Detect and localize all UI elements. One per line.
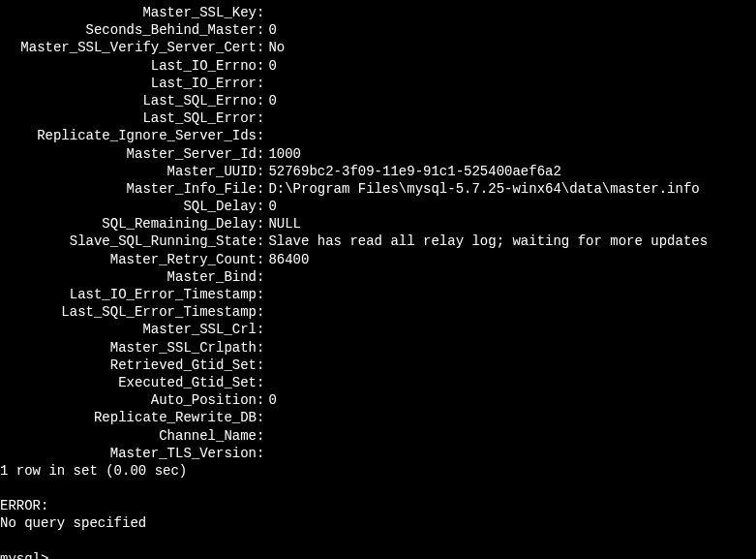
status-value: 0 <box>264 58 276 74</box>
status-label: Last_SQL_Errno <box>0 92 257 109</box>
status-value <box>264 5 268 20</box>
status-row: Replicate_Ignore_Server_Ids: <box>0 127 756 144</box>
status-row: SQL_Remaining_Delay:NULL <box>0 215 756 233</box>
status-label: Last_IO_Error <box>0 75 257 92</box>
status-value: 1000 <box>264 146 301 162</box>
status-value: NULL <box>264 216 301 232</box>
status-row: Master_Bind: <box>0 268 756 286</box>
status-label: Master_SSL_Crlpath <box>0 339 257 357</box>
status-label: Master_Info_File <box>0 180 257 198</box>
status-row: Master_TLS_Version: <box>0 445 756 462</box>
status-label: Last_SQL_Error_Timestamp <box>0 303 257 321</box>
status-value <box>264 128 268 143</box>
status-value: 0 <box>264 93 276 109</box>
status-label: Last_IO_Errno <box>0 57 257 75</box>
status-label: Last_SQL_Error <box>0 109 257 127</box>
status-value <box>264 446 268 461</box>
status-row: Replicate_Rewrite_DB: <box>0 409 756 426</box>
status-row: Last_IO_Error: <box>0 75 756 92</box>
status-label: Master_SSL_Crl <box>0 321 257 338</box>
status-row: Last_SQL_Error: <box>0 109 756 127</box>
status-row: Master_SSL_Crl: <box>0 321 756 338</box>
status-value <box>264 340 268 356</box>
status-row: Master_SSL_Key: <box>0 4 756 21</box>
status-label: SQL_Delay <box>0 198 257 215</box>
status-label: Master_Bind <box>0 268 257 286</box>
status-label: Executed_Gtid_Set <box>0 374 257 391</box>
status-label: SQL_Remaining_Delay <box>0 215 257 233</box>
blank-line <box>0 480 756 497</box>
status-row: Last_IO_Error_Timestamp: <box>0 286 756 303</box>
status-label: Replicate_Rewrite_DB <box>0 409 257 426</box>
status-value <box>264 428 268 444</box>
error-message: No query specified <box>0 514 756 532</box>
mysql-prompt[interactable]: mysql> <box>0 550 756 559</box>
status-row: Master_Retry_Count:86400 <box>0 251 756 268</box>
status-label: Master_SSL_Key <box>0 4 257 21</box>
status-value <box>264 322 268 337</box>
status-row: Master_UUID:52769bc2-3f09-11e9-91c1-5254… <box>0 163 756 180</box>
status-row: Master_SSL_Verify_Server_Cert:No <box>0 39 756 56</box>
status-value <box>264 375 268 390</box>
status-value: 0 <box>264 392 276 408</box>
status-value: 86400 <box>264 252 309 267</box>
blank-line <box>0 533 756 550</box>
status-label: Last_IO_Error_Timestamp <box>0 286 257 303</box>
status-value <box>264 304 268 320</box>
status-label: Master_SSL_Verify_Server_Cert <box>0 39 257 56</box>
status-value: 0 <box>264 22 276 38</box>
row-summary: 1 row in set (0.00 sec) <box>0 462 756 480</box>
status-value <box>264 269 268 285</box>
status-row: Slave_SQL_Running_State:Slave has read a… <box>0 233 756 250</box>
status-label: Channel_Name <box>0 427 257 445</box>
status-value <box>264 76 268 91</box>
status-label: Seconds_Behind_Master <box>0 21 257 39</box>
status-row: SQL_Delay:0 <box>0 198 756 215</box>
status-label: Master_TLS_Version <box>0 445 257 462</box>
error-label: ERROR: <box>0 497 756 514</box>
status-row: Master_Info_File:D:\Program Files\mysql-… <box>0 180 756 198</box>
status-value <box>264 110 268 126</box>
status-row: Retrieved_Gtid_Set: <box>0 357 756 374</box>
slave-status-output: Master_SSL_Key:Seconds_Behind_Master:0Ma… <box>0 4 756 462</box>
status-row: Auto_Position:0 <box>0 391 756 409</box>
status-label: Slave_SQL_Running_State <box>0 233 257 250</box>
status-row: Master_SSL_Crlpath: <box>0 339 756 357</box>
status-row: Last_SQL_Errno:0 <box>0 92 756 109</box>
status-row: Seconds_Behind_Master:0 <box>0 21 756 39</box>
status-label: Replicate_Ignore_Server_Ids <box>0 127 257 144</box>
status-label: Auto_Position <box>0 391 257 409</box>
status-value: D:\Program Files\mysql-5.7.25-winx64\dat… <box>264 181 699 197</box>
status-value <box>264 410 268 425</box>
status-value <box>264 287 268 302</box>
status-label: Master_UUID <box>0 163 257 180</box>
status-row: Last_SQL_Error_Timestamp: <box>0 303 756 321</box>
status-row: Executed_Gtid_Set: <box>0 374 756 391</box>
status-row: Channel_Name: <box>0 427 756 445</box>
status-value <box>264 357 268 373</box>
status-value: Slave has read all relay log; waiting fo… <box>264 233 708 249</box>
status-label: Master_Server_Id <box>0 145 257 163</box>
status-row: Master_Server_Id:1000 <box>0 145 756 163</box>
status-label: Retrieved_Gtid_Set <box>0 357 257 374</box>
status-value: 52769bc2-3f09-11e9-91c1-525400aef6a2 <box>264 164 560 179</box>
status-row: Last_IO_Errno:0 <box>0 57 756 75</box>
status-value: No <box>264 40 285 55</box>
status-value: 0 <box>264 199 276 214</box>
status-label: Master_Retry_Count <box>0 251 257 268</box>
